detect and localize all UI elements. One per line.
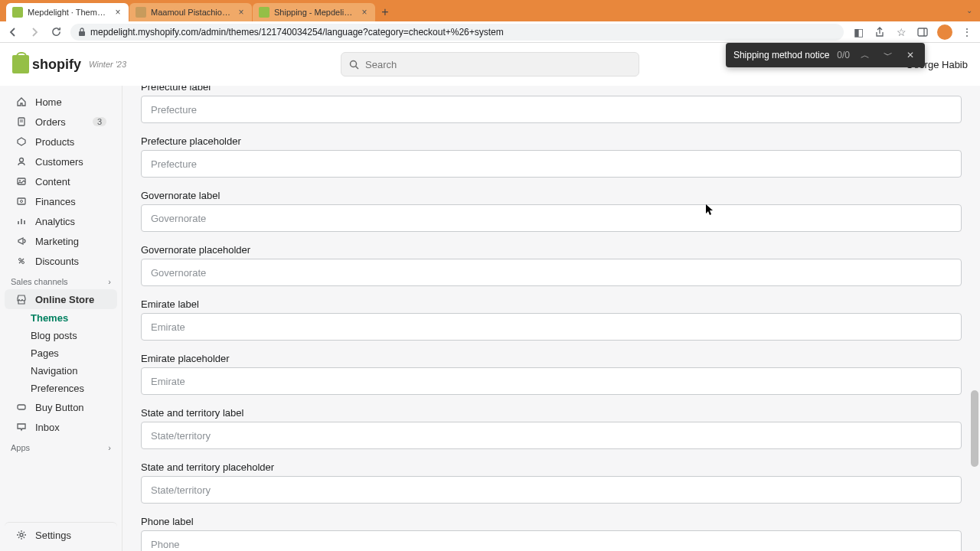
sidebar-item-analytics[interactable]: Analytics xyxy=(5,211,117,231)
home-icon xyxy=(15,96,28,108)
sidebar-sub-navigation[interactable]: Navigation xyxy=(0,362,122,380)
search-input[interactable] xyxy=(365,59,631,70)
tab-favicon xyxy=(259,7,270,18)
profile-avatar[interactable] xyxy=(937,24,952,40)
form-field: Prefecture placeholder xyxy=(141,135,962,178)
form-field: State and territory placeholder xyxy=(141,461,962,504)
field-input[interactable] xyxy=(141,204,962,232)
nav-label: Finances xyxy=(35,196,76,207)
sidebar-item-marketing[interactable]: Marketing xyxy=(5,231,117,251)
sidebar-item-products[interactable]: Products xyxy=(5,132,117,152)
season-badge: Winter '23 xyxy=(89,60,126,69)
nav-label: Analytics xyxy=(35,216,75,227)
sidebar-item-customers[interactable]: Customers xyxy=(5,152,117,171)
discounts-icon xyxy=(15,255,28,267)
svg-rect-0 xyxy=(79,31,85,36)
sidebar-sub-pages[interactable]: Pages xyxy=(0,344,122,362)
browser-tab[interactable]: Shipping - Mepdelight - Check × xyxy=(253,3,375,21)
address-bar[interactable]: mepdelight.myshopify.com/admin/themes/12… xyxy=(70,24,844,41)
find-in-page-bar: Shipping method notice 0/0 ︿ ﹀ ✕ xyxy=(726,43,925,67)
window-caret-icon[interactable]: ⌄ xyxy=(966,6,972,15)
chevron-right-icon[interactable]: › xyxy=(108,443,111,452)
field-label: State and territory label xyxy=(141,407,962,419)
nav-label: Home xyxy=(35,96,62,108)
field-label: Emirate label xyxy=(141,298,962,310)
forward-button[interactable] xyxy=(28,25,41,39)
sidebar-item-finances[interactable]: Finances xyxy=(5,191,117,211)
find-next-button[interactable]: ﹀ xyxy=(880,49,896,62)
sidebar-item-content[interactable]: Content xyxy=(5,171,117,191)
form-field: Emirate label xyxy=(141,298,962,341)
sidepanel-icon[interactable] xyxy=(916,25,929,39)
browser-tab[interactable]: Mepdelight · Theme content × xyxy=(6,3,129,21)
svg-line-15 xyxy=(19,259,24,263)
find-close-button[interactable]: ✕ xyxy=(903,50,917,60)
svg-rect-16 xyxy=(18,405,25,409)
nav-badge: 3 xyxy=(93,117,106,126)
svg-point-3 xyxy=(351,60,357,67)
global-search[interactable] xyxy=(341,52,639,77)
analytics-icon xyxy=(15,215,28,227)
sidebar-item-home[interactable]: Home xyxy=(5,92,117,112)
svg-rect-11 xyxy=(18,198,25,204)
reload-button[interactable] xyxy=(49,25,63,39)
scrollbar-thumb[interactable] xyxy=(971,390,978,467)
shopify-bag-icon xyxy=(12,55,29,73)
sidebar-sub-preferences[interactable]: Preferences xyxy=(0,380,122,397)
sidebar-item-settings[interactable]: Settings xyxy=(5,522,117,545)
svg-rect-1 xyxy=(918,28,927,36)
nav-label: Orders xyxy=(35,116,66,128)
new-tab-button[interactable]: + xyxy=(376,3,394,21)
share-icon[interactable] xyxy=(873,25,887,39)
shopify-logo[interactable]: shopify xyxy=(12,55,81,73)
find-query: Shipping method notice xyxy=(733,50,829,60)
find-count: 0/0 xyxy=(837,50,850,60)
field-input[interactable] xyxy=(141,96,962,123)
form-field: Emirate placeholder xyxy=(141,353,962,395)
form-field: Phone label xyxy=(141,516,962,551)
field-label: State and territory placeholder xyxy=(141,461,962,473)
field-input[interactable] xyxy=(141,530,962,551)
chevron-right-icon[interactable]: › xyxy=(108,277,111,286)
sidebar-item-orders[interactable]: Orders 3 xyxy=(5,112,117,132)
find-prev-button[interactable]: ︿ xyxy=(858,49,873,62)
sidebar-item-online-store[interactable]: Online Store xyxy=(5,289,117,309)
bookmark-icon[interactable]: ☆ xyxy=(894,25,908,39)
inbox-icon xyxy=(15,421,28,433)
sidebar-item-buy-button[interactable]: Buy Button xyxy=(5,397,117,417)
apps-heading: Apps › xyxy=(0,437,122,455)
field-input[interactable] xyxy=(141,150,962,178)
tab-favicon xyxy=(136,7,146,18)
browser-toolbar: mepdelight.myshopify.com/admin/themes/12… xyxy=(0,21,980,43)
field-input[interactable] xyxy=(141,313,962,341)
field-label: Governorate placeholder xyxy=(141,244,962,256)
tab-title: Maamoul Pistachios | Grand M xyxy=(151,8,232,17)
back-button[interactable] xyxy=(6,25,20,39)
chrome-menu-icon[interactable]: ⋮ xyxy=(960,25,974,39)
field-input[interactable] xyxy=(141,476,962,504)
nav-label: Discounts xyxy=(35,256,79,267)
nav-label: Customers xyxy=(35,156,83,168)
sidebar-item-discounts[interactable]: Discounts xyxy=(5,251,117,271)
finances-icon xyxy=(15,195,28,207)
sidebar-sub-themes[interactable]: Themes xyxy=(0,309,122,327)
tab-close-icon[interactable]: × xyxy=(360,8,369,17)
extension-icon[interactable]: ◧ xyxy=(851,25,865,39)
browser-tab[interactable]: Maamoul Pistachios | Grand M × xyxy=(129,3,252,21)
url-text: mepdelight.myshopify.com/admin/themes/12… xyxy=(90,27,504,37)
customers-icon xyxy=(15,155,28,168)
tab-close-icon[interactable]: × xyxy=(237,8,246,17)
products-icon xyxy=(15,135,28,148)
field-label: Phone label xyxy=(141,516,962,527)
sidebar-sub-blog-posts[interactable]: Blog posts xyxy=(0,327,122,344)
field-input[interactable] xyxy=(141,367,962,395)
sidebar-item-inbox[interactable]: Inbox xyxy=(5,417,117,437)
field-input[interactable] xyxy=(141,422,962,449)
marketing-icon xyxy=(15,235,28,247)
field-input[interactable] xyxy=(141,259,962,286)
svg-point-17 xyxy=(20,533,23,536)
form-field: State and territory label xyxy=(141,407,962,449)
tab-title: Shipping - Mepdelight - Check xyxy=(274,8,355,17)
tab-close-icon[interactable]: × xyxy=(113,8,122,17)
main-content[interactable]: Prefecture label Prefecture placeholder … xyxy=(122,86,980,551)
